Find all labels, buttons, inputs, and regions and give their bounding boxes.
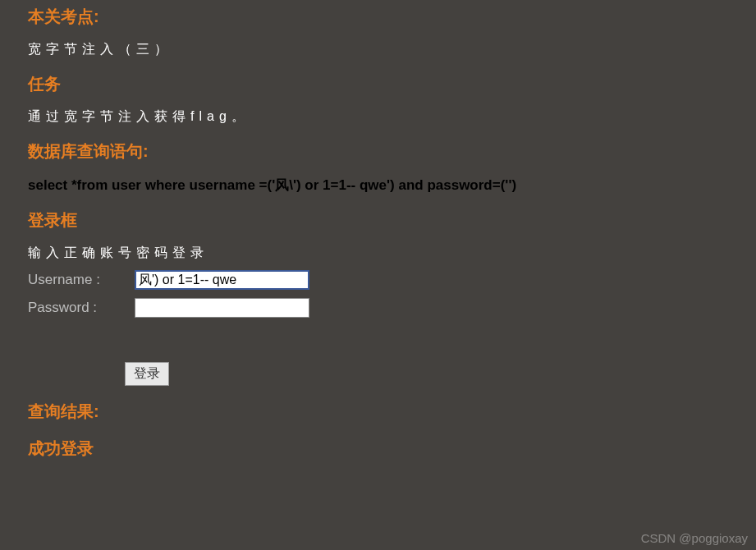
username-label: Username : [28, 272, 135, 288]
testpoint-desc: 宽字节注入（三） [28, 41, 728, 58]
username-input[interactable] [135, 270, 309, 290]
username-row: Username : [28, 270, 728, 290]
watermark: CSDN @poggioxay [641, 531, 748, 545]
password-input[interactable] [135, 298, 309, 318]
sql-heading: 数据库查询语句: [28, 140, 728, 163]
result-heading: 查询结果: [28, 401, 728, 423]
task-desc: 通过宽字节注入获得flag。 [28, 108, 728, 126]
testpoint-heading: 本关考点: [28, 6, 728, 28]
submit-row: 登录 [125, 362, 728, 386]
password-row: Password : [28, 298, 728, 318]
login-button[interactable]: 登录 [125, 362, 169, 386]
task-heading: 任务 [28, 73, 728, 95]
sql-query: select *from user where username =('风\')… [28, 176, 728, 195]
loginbox-desc: 输入正确账号密码登录 [28, 245, 728, 262]
success-heading: 成功登录 [28, 438, 728, 460]
loginbox-heading: 登录框 [28, 209, 728, 231]
password-label: Password : [28, 300, 135, 316]
